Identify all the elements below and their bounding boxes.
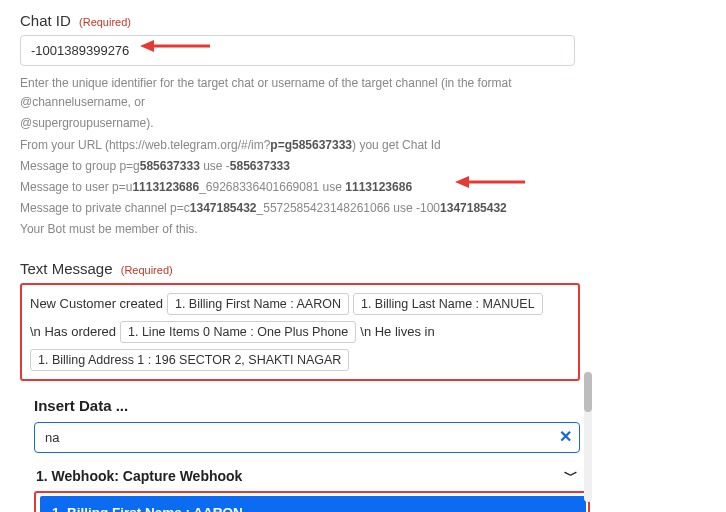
help-text: ) you get Chat Id bbox=[352, 138, 441, 152]
insert-data-item[interactable]: 1. Billing First Name : AARON bbox=[40, 496, 586, 513]
help-text: Message to group p=g bbox=[20, 159, 140, 173]
text-message-label: Text Message (Required) bbox=[20, 260, 706, 277]
help-bold: 1113123686 bbox=[132, 180, 199, 194]
help-bold: 1347185432 bbox=[190, 201, 257, 215]
scrollbar-track[interactable] bbox=[584, 372, 592, 502]
help-text: _5572585423148261066 use -100 bbox=[257, 201, 441, 215]
chat-id-label-text: Chat ID bbox=[20, 12, 71, 29]
text-message-input[interactable]: New Customer created 1. Billing First Na… bbox=[20, 283, 580, 381]
close-icon: ✕ bbox=[559, 428, 572, 445]
required-indicator: (Required) bbox=[79, 16, 131, 28]
message-literal: \n Has ordered bbox=[30, 324, 116, 339]
help-bold: 585637333 bbox=[140, 159, 200, 173]
help-bold: p=g585637333 bbox=[270, 138, 352, 152]
webhook-section-header[interactable]: 1. Webhook: Capture Webhook ﹀ bbox=[34, 463, 580, 491]
webhook-section-title: 1. Webhook: Capture Webhook bbox=[36, 468, 242, 484]
help-text: _69268336401669081 use bbox=[199, 180, 345, 194]
help-text: use - bbox=[200, 159, 230, 173]
help-text: Enter the unique identifier for the targ… bbox=[20, 76, 512, 109]
highlight-frame: 1. Billing First Name : AARON bbox=[34, 491, 590, 513]
help-bold: 585637333 bbox=[230, 159, 290, 173]
message-token[interactable]: 1. Billing Last Name : MANUEL bbox=[353, 293, 543, 315]
chat-id-label: Chat ID (Required) bbox=[20, 12, 706, 29]
message-literal: \n He lives in bbox=[360, 324, 434, 339]
chevron-down-icon: ﹀ bbox=[564, 467, 578, 485]
insert-data-panel: Insert Data ... ✕ 1. Webhook: Capture We… bbox=[20, 391, 585, 513]
insert-data-search-input[interactable] bbox=[34, 422, 580, 453]
search-clear-button[interactable]: ✕ bbox=[559, 429, 572, 445]
help-text: @supergroupusername). bbox=[20, 116, 154, 130]
message-token[interactable]: 1. Line Items 0 Name : One Plus Phone bbox=[120, 321, 356, 343]
message-token[interactable]: 1. Billing First Name : AARON bbox=[167, 293, 349, 315]
chat-id-input[interactable] bbox=[20, 35, 575, 66]
chat-id-help: Enter the unique identifier for the targ… bbox=[20, 74, 590, 240]
help-bold: 1347185432 bbox=[440, 201, 507, 215]
help-text: Your Bot must be member of this. bbox=[20, 220, 590, 239]
insert-data-title: Insert Data ... bbox=[34, 397, 585, 414]
help-bold: 1113123686 bbox=[345, 180, 412, 194]
message-token[interactable]: 1. Billing Address 1 : 196 SECTOR 2, SHA… bbox=[30, 349, 349, 371]
help-text: Message to user p=u bbox=[20, 180, 132, 194]
help-text: Message to private channel p=c bbox=[20, 201, 190, 215]
required-indicator: (Required) bbox=[121, 264, 173, 276]
help-text: From your URL (https://web.telegram.org/… bbox=[20, 138, 270, 152]
message-literal: New Customer created bbox=[30, 296, 163, 311]
scrollbar-thumb[interactable] bbox=[584, 372, 592, 412]
text-message-label-text: Text Message bbox=[20, 260, 113, 277]
